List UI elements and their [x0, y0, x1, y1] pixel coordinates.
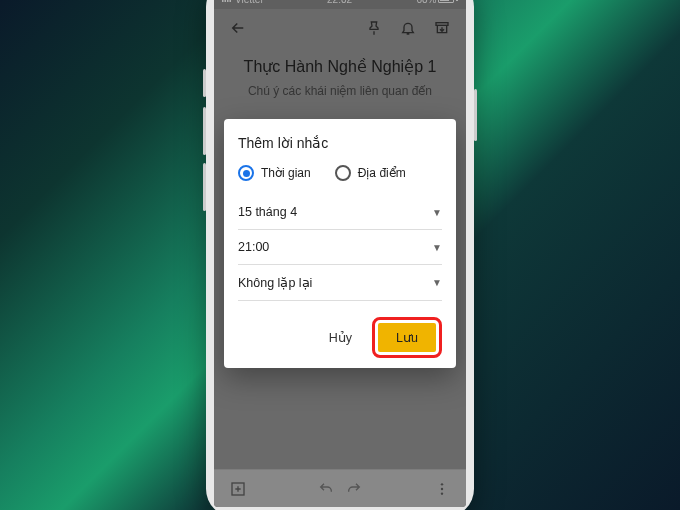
- radio-group: Thời gian Địa điểm: [238, 165, 442, 181]
- time-value: 21:00: [238, 240, 269, 254]
- bottom-toolbar: [214, 469, 466, 507]
- svg-point-3: [441, 487, 443, 489]
- radio-unselected-icon: [335, 165, 351, 181]
- redo-icon[interactable]: [340, 475, 368, 503]
- radio-time-label: Thời gian: [261, 166, 311, 180]
- phone-frame: Viettel 22:02 60%: [206, 0, 474, 510]
- repeat-value: Không lặp lại: [238, 275, 312, 290]
- date-select[interactable]: 15 tháng 4 ▼: [238, 195, 442, 230]
- side-button: [203, 69, 206, 97]
- more-icon[interactable]: [428, 475, 456, 503]
- time-select[interactable]: 21:00 ▼: [238, 230, 442, 265]
- modal-overlay: Thêm lời nhắc Thời gian Địa điểm 15 thán…: [214, 0, 466, 507]
- radio-place-label: Địa điểm: [358, 166, 406, 180]
- dialog-title: Thêm lời nhắc: [238, 135, 442, 151]
- highlight-annotation: Lưu: [372, 317, 442, 358]
- reminder-dialog: Thêm lời nhắc Thời gian Địa điểm 15 thán…: [224, 119, 456, 368]
- chevron-down-icon: ▼: [432, 277, 442, 288]
- chevron-down-icon: ▼: [432, 207, 442, 218]
- radio-time[interactable]: Thời gian: [238, 165, 311, 181]
- cancel-button[interactable]: Hủy: [317, 322, 364, 353]
- side-button: [474, 89, 477, 141]
- dialog-actions: Hủy Lưu: [238, 317, 442, 358]
- repeat-select[interactable]: Không lặp lại ▼: [238, 265, 442, 301]
- radio-selected-icon: [238, 165, 254, 181]
- undo-icon[interactable]: [312, 475, 340, 503]
- screen: Viettel 22:02 60%: [214, 0, 466, 507]
- svg-point-2: [441, 483, 443, 485]
- save-button[interactable]: Lưu: [378, 323, 436, 352]
- svg-point-4: [441, 492, 443, 494]
- date-value: 15 tháng 4: [238, 205, 297, 219]
- radio-place[interactable]: Địa điểm: [335, 165, 406, 181]
- side-button: [203, 107, 206, 155]
- chevron-down-icon: ▼: [432, 242, 442, 253]
- add-box-icon[interactable]: [224, 475, 252, 503]
- side-button: [203, 163, 206, 211]
